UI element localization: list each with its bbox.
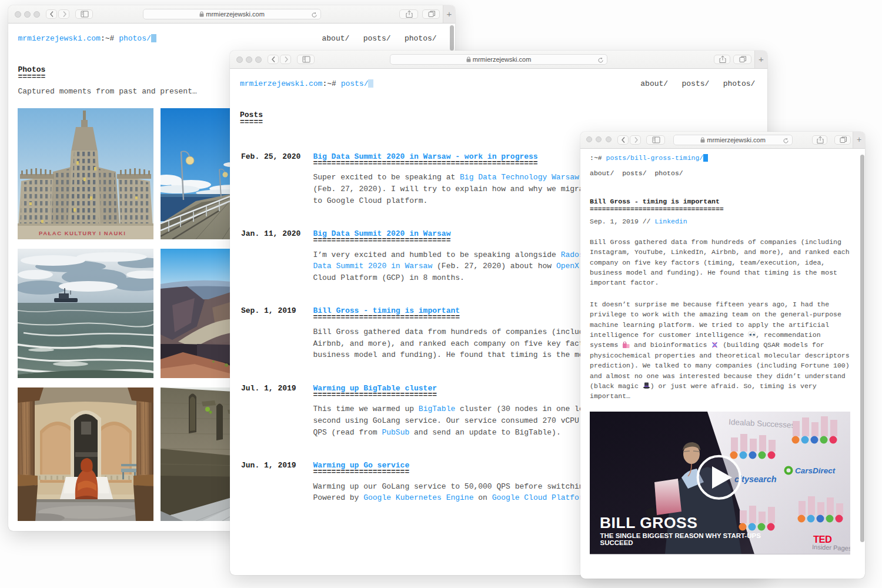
svg-text:THE SINGLE BIGGEST REASON WHY: THE SINGLE BIGGEST REASON WHY START-UPS — [600, 533, 761, 540]
svg-text:Insider Pages: Insider Pages — [812, 543, 850, 552]
svg-text:TED: TED — [813, 534, 832, 544]
svg-text:CarsDirect: CarsDirect — [795, 466, 836, 475]
svg-text:SUCCEED: SUCCEED — [600, 540, 633, 547]
svg-text:BILL GROSS: BILL GROSS — [600, 514, 697, 532]
svg-text:PAŁAC KULTURY I NAUKI: PAŁAC KULTURY I NAUKI — [39, 230, 126, 236]
